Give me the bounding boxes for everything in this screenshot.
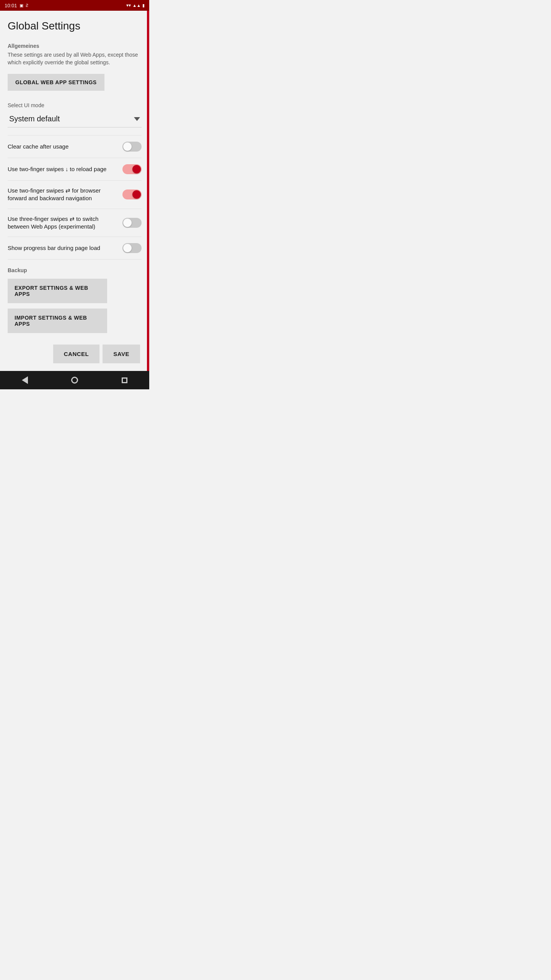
allgemeines-description: These settings are used by all Web Apps,… [8, 51, 142, 66]
nav-home-icon[interactable] [71, 377, 78, 384]
status-right: ▾▾ ▲▲ ▮ [126, 3, 145, 8]
toggle-track-two-finger-nav[interactable] [122, 189, 142, 199]
export-settings-button[interactable]: EXPORT SETTINGS & WEB APPS [8, 279, 107, 303]
toggle-track-progress-bar[interactable] [122, 243, 142, 253]
chevron-down-icon [134, 117, 140, 121]
toggle-row-two-finger-nav: Use two-finger swipes ⇄ for browser forw… [8, 180, 142, 209]
toggle-track-three-finger-switch[interactable] [122, 218, 142, 228]
toggle-row-clear-cache: Clear cache after usage [8, 135, 142, 158]
toggle-thumb-progress-bar [123, 244, 132, 252]
toggle-label-two-finger-reload: Use two-finger swipes ↓ to reload page [8, 165, 122, 173]
import-settings-button[interactable]: IMPORT SETTINGS & WEB APPS [8, 309, 107, 333]
toggle-three-finger-switch[interactable] [122, 218, 142, 228]
allgemeines-label: Allgemeines [8, 43, 142, 49]
cancel-button[interactable]: CANCEL [53, 345, 100, 363]
toggle-two-finger-nav[interactable] [122, 189, 142, 199]
save-button[interactable]: SAVE [103, 345, 140, 363]
status-bar: 10:01 ▣ Ƨ ▾▾ ▲▲ ▮ [0, 0, 149, 11]
toggle-thumb-two-finger-reload [132, 165, 141, 173]
ui-mode-selector[interactable]: System default [8, 111, 142, 127]
toggle-row-progress-bar: Show progress bar during page load [8, 237, 142, 260]
status-time: 10:01 [5, 3, 17, 8]
toggle-track-two-finger-reload[interactable] [122, 164, 142, 174]
signal-icon: ▲▲ [132, 3, 141, 8]
allgemeines-section: Allgemeines These settings are used by a… [8, 43, 142, 91]
toggle-row-two-finger-reload: Use two-finger swipes ↓ to reload page [8, 158, 142, 180]
nav-recents-icon[interactable] [122, 377, 127, 383]
global-web-app-settings-button[interactable]: GLOBAL WEB APP SETTINGS [8, 74, 104, 91]
notification2-icon: Ƨ [26, 3, 28, 8]
content-area: Global Settings Allgemeines These settin… [0, 11, 149, 371]
toggle-thumb-two-finger-nav [132, 190, 141, 199]
ui-mode-label: Select UI mode [8, 102, 142, 108]
toggle-row-three-finger-switch: Use three-finger swipes ⇄ to switch betw… [8, 209, 142, 237]
nav-back-icon[interactable] [22, 376, 28, 384]
wifi-icon: ▾▾ [126, 3, 131, 8]
ui-mode-section: Select UI mode System default [8, 98, 142, 135]
nav-bar [0, 371, 149, 389]
notification1-icon: ▣ [20, 3, 23, 8]
toggle-two-finger-reload[interactable] [122, 164, 142, 174]
page-title: Global Settings [8, 20, 142, 32]
main-container: Global Settings Allgemeines These settin… [0, 11, 149, 371]
red-accent-bar [147, 11, 149, 371]
toggle-thumb-clear-cache [123, 142, 132, 151]
backup-section-label: Backup [8, 267, 142, 273]
toggle-clear-cache[interactable] [122, 142, 142, 152]
action-bar: CANCEL SAVE [8, 338, 142, 371]
status-left: 10:01 ▣ Ƨ [5, 3, 28, 8]
toggle-thumb-three-finger-switch [123, 219, 132, 227]
toggle-label-two-finger-nav: Use two-finger swipes ⇄ for browser forw… [8, 187, 122, 203]
ui-mode-value: System default [9, 114, 60, 123]
toggle-label-progress-bar: Show progress bar during page load [8, 244, 122, 252]
toggle-label-three-finger-switch: Use three-finger swipes ⇄ to switch betw… [8, 215, 122, 231]
toggles-section: Clear cache after usage Use two-finger s… [8, 135, 142, 260]
backup-section: Backup EXPORT SETTINGS & WEB APPS IMPORT… [8, 267, 142, 338]
battery-icon: ▮ [142, 3, 145, 8]
toggle-label-clear-cache: Clear cache after usage [8, 143, 122, 150]
toggle-progress-bar[interactable] [122, 243, 142, 253]
toggle-track-clear-cache[interactable] [122, 142, 142, 152]
